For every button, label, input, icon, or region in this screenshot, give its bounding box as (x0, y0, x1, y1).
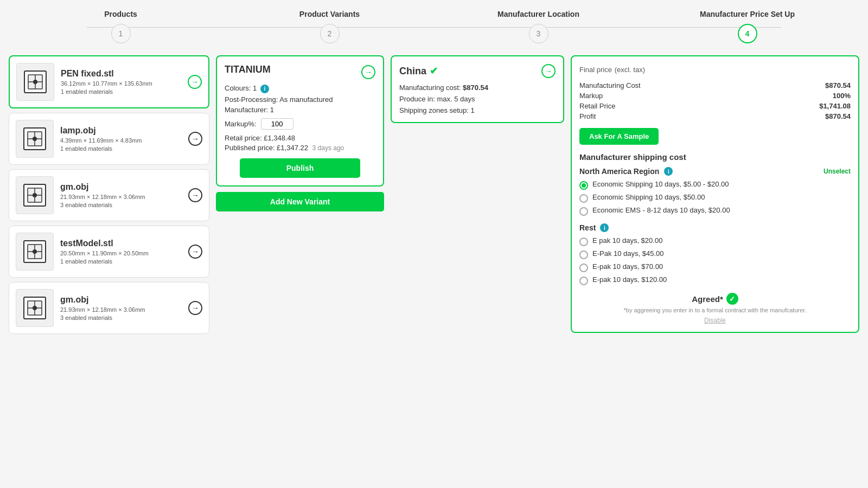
product-item-0[interactable]: PEN fixed.stl 36.12mm × 10.77mm × 135.63… (9, 55, 209, 108)
markup-row: Markup%: (225, 118, 375, 130)
product-item-3[interactable]: testModel.stl 20.50mm × 11.90mm × 20.50m… (9, 226, 209, 278)
product-arrow-0[interactable]: → (188, 75, 202, 89)
north-america-info-icon[interactable]: i (664, 167, 673, 176)
step-3-title: Manufacturer Location (497, 10, 579, 18)
price-setup-card: Final price (excl. tax) Manufacturing Co… (571, 55, 859, 333)
price-row-0-label: Manufacturing Cost (579, 80, 758, 91)
rest-option-1[interactable]: E-Pak 10 days, $45.00 (579, 249, 851, 259)
unselect-link[interactable]: Unselect (824, 168, 851, 175)
publish-button[interactable]: Publish (240, 158, 360, 178)
retail-price-row: Retail price: £1,348.48 (225, 134, 375, 142)
step-2-title: Product Variants (299, 10, 360, 18)
rest-radio-0[interactable] (579, 237, 588, 246)
na-radio-1[interactable] (579, 194, 588, 203)
variant-postprocess-value: As manufactured (279, 95, 333, 104)
variant-manufacturer-row: Manufacturer: 1 (225, 106, 375, 114)
rest-option-3[interactable]: E-pak 10 days, $120.00 (579, 275, 851, 285)
manufacturing-cost-value: $870.54 (463, 84, 488, 92)
product-arrow-2[interactable]: → (188, 188, 202, 202)
na-option-1-label: Economic Shipping 10 days, $50.00 (592, 193, 705, 201)
step-1-title: Products (104, 10, 137, 18)
rest-info-icon[interactable]: i (600, 223, 609, 232)
location-manufacturing-cost: Manufacturing cost: $870.54 (399, 84, 556, 92)
na-option-2-label: Economic EMS - 8-12 days 10 days, $20.00 (592, 206, 730, 214)
published-price-value: Published price: £1,347.22 (225, 144, 308, 152)
product-materials-4: 3 enabled materials (60, 314, 187, 321)
price-setup-column: Final price (excl. tax) Manufacturing Co… (571, 55, 859, 333)
na-radio-0[interactable] (579, 181, 588, 190)
step-4-circle[interactable]: 4 (738, 24, 757, 43)
price-row-1-label: Markup (579, 91, 758, 101)
product-item-4[interactable]: gm.obj 21.93mm × 12.18mm × 3.06mm 3 enab… (9, 282, 209, 334)
step-2-circle[interactable]: 2 (320, 24, 340, 43)
product-dims-0: 36.12mm × 10.77mm × 135.63mm (61, 80, 187, 87)
rest-option-3-label: E-pak 10 days, $120.00 (592, 275, 667, 284)
variant-name: TITANIUM (225, 64, 271, 75)
rest-radio-1[interactable] (579, 251, 588, 259)
product-arrow-4[interactable]: → (188, 301, 202, 315)
step-2[interactable]: Product Variants 2 (225, 10, 434, 43)
product-dims-2: 21.93mm × 12.18mm × 3.06mm (60, 194, 187, 200)
svg-point-24 (33, 306, 37, 310)
product-arrow-circle-3[interactable]: → (188, 245, 202, 259)
step-3[interactable]: Manufacturer Location 3 (434, 10, 643, 43)
variant-colours-value: 1 (253, 84, 257, 92)
step-4[interactable]: Manufacturer Price Set Up 4 (643, 10, 852, 43)
disable-link[interactable]: Disable (579, 317, 851, 324)
product-arrow-circle-0[interactable]: → (188, 75, 202, 89)
na-shipping-option-2[interactable]: Economic EMS - 8-12 days 10 days, $20.00 (579, 206, 851, 216)
location-check-icon: ✔ (430, 65, 438, 77)
rest-option-0-label: E pak 10 days, $20.00 (592, 236, 662, 245)
add-variant-button[interactable]: Add New Variant (216, 192, 384, 211)
markup-input[interactable] (261, 118, 293, 130)
rest-radio-2[interactable] (579, 264, 588, 272)
product-arrow-circle-4[interactable]: → (188, 301, 202, 315)
product-name-1: lamp.obj (60, 126, 187, 136)
product-info-2: gm.obj 21.93mm × 12.18mm × 3.06mm 3 enab… (60, 182, 187, 208)
product-materials-0: 1 enabled materials (61, 88, 187, 95)
na-shipping-option-1[interactable]: Economic Shipping 10 days, $50.00 (579, 193, 851, 203)
rest-option-2[interactable]: E-pak 10 days, $70.00 (579, 262, 851, 272)
product-info-0: PEN fixed.stl 36.12mm × 10.77mm × 135.63… (61, 69, 187, 95)
product-arrow-3[interactable]: → (188, 245, 202, 259)
price-row-2-label: Retail Price (579, 101, 758, 111)
variant-arrow[interactable]: → (361, 65, 375, 79)
product-icon-2 (16, 176, 54, 214)
location-shipping-zones: Shipping zones setup: 1 (399, 106, 556, 114)
rest-option-0[interactable]: E pak 10 days, $20.00 (579, 236, 851, 246)
step-1[interactable]: Products 1 (16, 10, 225, 43)
step-4-title: Manufacturer Price Set Up (700, 10, 795, 18)
product-materials-1: 1 enabled materials (60, 145, 187, 152)
product-arrow-1[interactable]: → (188, 132, 202, 146)
price-row-1: Markup 100% (579, 91, 851, 101)
svg-point-14 (33, 193, 37, 197)
location-arrow[interactable]: → (541, 64, 556, 78)
product-icon-3 (16, 233, 54, 271)
colours-info-icon[interactable]: i (260, 85, 269, 93)
product-arrow-circle-2[interactable]: → (188, 188, 202, 202)
price-row-3-value: $870.54 (758, 111, 851, 121)
step-3-circle[interactable]: 3 (529, 24, 548, 43)
na-radio-2[interactable] (579, 207, 588, 216)
sample-button[interactable]: Ask For A Sample (579, 128, 659, 145)
product-icon-0 (16, 63, 54, 101)
location-column: China ✔ → Manufacturing cost: $870.54 Pr… (391, 55, 564, 123)
product-item-1[interactable]: lamp.obj 4.39mm × 11.69mm × 4.83mm 1 ena… (9, 113, 209, 165)
product-icon-1 (16, 120, 54, 158)
main-content: PEN fixed.stl 36.12mm × 10.77mm × 135.63… (0, 49, 868, 341)
na-shipping-option-0[interactable]: Economic Shipping 10 days, $5.00 - $20.0… (579, 180, 851, 190)
product-item-2[interactable]: gm.obj 21.93mm × 12.18mm × 3.06mm 3 enab… (9, 169, 209, 221)
produce-label: Produce in: (399, 95, 435, 103)
product-name-0: PEN fixed.stl (61, 69, 187, 79)
product-icon-4 (16, 289, 54, 327)
north-america-label: North America Region (579, 167, 659, 176)
agreed-check-icon: ✓ (726, 293, 738, 305)
product-arrow-circle-1[interactable]: → (188, 132, 202, 146)
agreed-label: Agreed* (692, 294, 723, 304)
step-1-circle[interactable]: 1 (111, 24, 131, 43)
product-info-3: testModel.stl 20.50mm × 11.90mm × 20.50m… (60, 239, 187, 265)
location-produce: Produce in: max. 5 days (399, 95, 556, 103)
rest-radio-3[interactable] (579, 277, 588, 285)
produce-value: max. 5 days (437, 95, 475, 103)
product-dims-3: 20.50mm × 11.90mm × 20.50mm (60, 250, 187, 256)
